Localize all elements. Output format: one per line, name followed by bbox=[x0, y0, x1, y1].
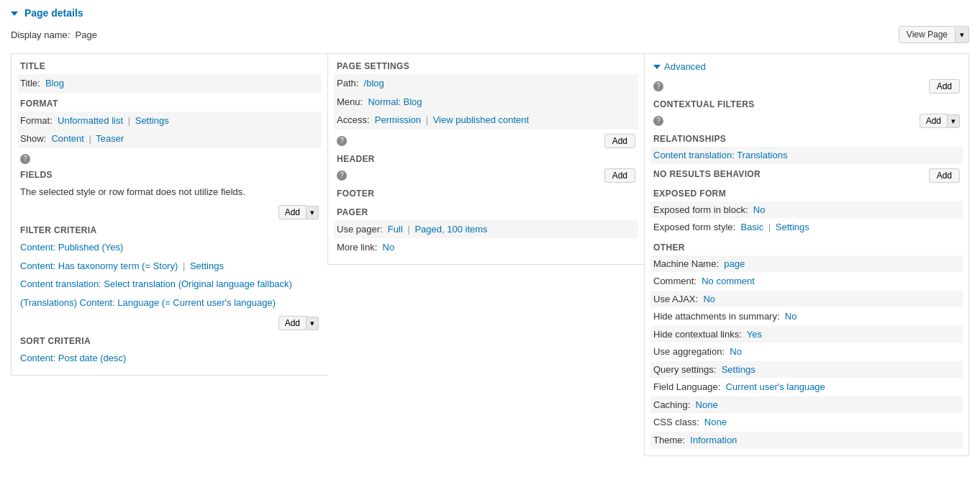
access-field-row: Access: Permission | View published cont… bbox=[334, 111, 638, 130]
theme-label: Theme: bbox=[653, 435, 685, 445]
no-results-add-button[interactable]: Add bbox=[929, 168, 960, 183]
filter-item-3: Content translation: Select translation … bbox=[20, 275, 319, 294]
filter-language-link[interactable]: (Translations) Content: Language (= Curr… bbox=[20, 297, 276, 308]
fields-description: The selected style or row format does no… bbox=[20, 183, 319, 201]
use-ajax-row: Use AJAX: No bbox=[650, 291, 963, 308]
no-results-header-row: NO RESULTS BEHAVIOR Add bbox=[653, 168, 960, 183]
field-language-value[interactable]: Current user's language bbox=[725, 381, 825, 392]
relationships-section-header: RELATIONSHIPS bbox=[653, 134, 960, 144]
header-section-add-row: ? Add bbox=[337, 134, 635, 148]
use-ajax-value[interactable]: No bbox=[703, 294, 715, 304]
access-permission-link[interactable]: Permission bbox=[375, 114, 421, 125]
view-page-button[interactable]: View Page bbox=[899, 27, 955, 42]
field-language-row: Field Language: Current user's language bbox=[653, 378, 960, 396]
format-settings-link[interactable]: Settings bbox=[135, 115, 169, 126]
more-link-value[interactable]: No bbox=[383, 242, 395, 253]
relationships-add-dropdown[interactable]: ▾ bbox=[948, 114, 960, 128]
use-aggregation-value[interactable]: No bbox=[730, 346, 742, 357]
exposed-form-in-block-value[interactable]: No bbox=[753, 204, 766, 215]
columns-wrapper: TITLE Title: Blog FORMAT Format: Unforma… bbox=[11, 53, 969, 456]
filter-add-dropdown[interactable]: ▾ bbox=[307, 206, 319, 219]
middle-column: PAGE SETTINGS Path: /blog Menu: Normal: … bbox=[327, 53, 644, 265]
filter-add-btn-group: Add ▾ bbox=[278, 205, 319, 219]
filter-taxonomy-settings-link[interactable]: Settings bbox=[190, 260, 224, 271]
use-pager-label: Use pager: bbox=[337, 224, 383, 235]
view-page-dropdown[interactable]: ▾ bbox=[955, 27, 968, 42]
help-icon-middle[interactable]: ? bbox=[337, 136, 347, 146]
comment-value[interactable]: No comment bbox=[702, 276, 755, 286]
use-aggregation-row: Use aggregation: No bbox=[653, 343, 960, 361]
page-details-header: Page details bbox=[11, 7, 969, 19]
menu-value-link[interactable]: Normal: Blog bbox=[368, 96, 422, 107]
hide-attachments-value[interactable]: No bbox=[785, 311, 797, 322]
machine-name-value[interactable]: page bbox=[724, 258, 745, 269]
show-field-row: Show: Content | Teaser bbox=[17, 130, 322, 148]
filter-taxonomy-link[interactable]: Content: Has taxonomy term (= Story) bbox=[20, 260, 178, 271]
exposed-form-style-settings-link[interactable]: Settings bbox=[776, 222, 809, 232]
css-class-row: CSS class: None bbox=[653, 413, 960, 432]
help-icon-relationships[interactable]: ? bbox=[653, 116, 663, 126]
sort-item-1: Content: Post date (desc) bbox=[20, 349, 319, 368]
other-section-header: OTHER bbox=[653, 242, 960, 253]
use-pager-full-link[interactable]: Full bbox=[388, 224, 403, 235]
filter-criteria-add-button[interactable]: Add bbox=[278, 316, 307, 330]
access-add-button[interactable]: Add bbox=[604, 134, 635, 148]
help-icon-row: ? bbox=[20, 153, 319, 164]
contextual-filters-header-row: ? Add bbox=[653, 79, 960, 94]
help-icon-header[interactable]: ? bbox=[337, 171, 347, 181]
relationships-add-button[interactable]: Add bbox=[920, 114, 948, 128]
filter-item-2: Content: Has taxonomy term (= Story) | S… bbox=[20, 257, 319, 276]
use-ajax-label: Use AJAX: bbox=[653, 294, 698, 304]
more-link-field-row: More link: No bbox=[337, 238, 635, 257]
format-value-link[interactable]: Unformatted list bbox=[58, 115, 123, 126]
caching-label: Caching: bbox=[653, 399, 690, 410]
display-name-text: Display name: Page bbox=[11, 30, 97, 40]
use-aggregation-label: Use aggregation: bbox=[653, 346, 725, 357]
header-add-button[interactable]: Add bbox=[604, 168, 635, 183]
show-content-link[interactable]: Content bbox=[51, 133, 84, 144]
filter-criteria-add-dropdown[interactable]: ▾ bbox=[307, 317, 319, 330]
advanced-header[interactable]: Advanced bbox=[653, 61, 960, 72]
field-language-label: Field Language: bbox=[653, 381, 720, 392]
use-pager-paged-link[interactable]: Paged, 100 items bbox=[414, 224, 487, 235]
view-page-btn-group[interactable]: View Page ▾ bbox=[899, 26, 969, 43]
path-field-row: Path: /blog bbox=[334, 74, 638, 93]
sort-postdate-link[interactable]: Content: Post date (desc) bbox=[20, 353, 126, 363]
page-details-toggle[interactable]: Page details bbox=[11, 7, 83, 19]
filter-translation-link[interactable]: Content translation: Select translation … bbox=[20, 278, 292, 289]
filter-published-link[interactable]: Content: Published (Yes) bbox=[20, 242, 123, 253]
path-value-link[interactable]: /blog bbox=[364, 78, 384, 89]
css-class-label: CSS class: bbox=[653, 417, 699, 427]
page-wrapper: Page details Display name: Page View Pag… bbox=[0, 0, 980, 463]
format-field-row: Format: Unformatted list | Settings bbox=[17, 112, 322, 130]
query-settings-label: Query settings: bbox=[653, 364, 716, 375]
hide-attachments-row: Hide attachments in summary: No bbox=[653, 307, 960, 326]
relationships-value-row: Content translation: Translations bbox=[650, 147, 963, 164]
left-column: TITLE Title: Blog FORMAT Format: Unforma… bbox=[11, 53, 327, 376]
css-class-value[interactable]: None bbox=[704, 417, 727, 427]
exposed-form-section-header: EXPOSED FORM bbox=[653, 189, 960, 199]
machine-name-label: Machine Name: bbox=[653, 258, 719, 269]
theme-row: Theme: Information bbox=[650, 432, 963, 449]
caching-value[interactable]: None bbox=[696, 399, 718, 410]
contextual-filters-section-header: CONTEXTUAL FILTERS bbox=[653, 99, 960, 109]
filter-criteria-add-row: Add ▾ bbox=[20, 316, 319, 330]
exposed-form-style-basic-link[interactable]: Basic bbox=[740, 222, 763, 232]
hide-contextual-value[interactable]: Yes bbox=[747, 329, 762, 340]
exposed-form-style-label: Exposed form style: bbox=[653, 222, 735, 232]
exposed-form-in-block-row: Exposed form in block: No bbox=[650, 201, 963, 219]
help-icon-contextual[interactable]: ? bbox=[653, 81, 663, 91]
relationships-value-link[interactable]: Content translation: Translations bbox=[653, 150, 787, 160]
filter-add-row: Add ▾ bbox=[20, 205, 319, 219]
help-icon-fields[interactable]: ? bbox=[20, 154, 30, 164]
filter-item-4: (Translations) Content: Language (= Curr… bbox=[20, 294, 319, 312]
contextual-filters-add-button[interactable]: Add bbox=[929, 79, 960, 94]
title-value-link[interactable]: Blog bbox=[45, 78, 64, 89]
relationships-add-btn-group: Add ▾ bbox=[920, 114, 960, 128]
page-settings-section-header: PAGE SETTINGS bbox=[337, 61, 635, 71]
access-view-published-link[interactable]: View published content bbox=[433, 114, 529, 125]
filter-add-button[interactable]: Add bbox=[278, 205, 307, 219]
theme-value[interactable]: Information bbox=[690, 435, 737, 445]
query-settings-value[interactable]: Settings bbox=[722, 364, 756, 375]
show-teaser-link[interactable]: Teaser bbox=[96, 133, 124, 144]
